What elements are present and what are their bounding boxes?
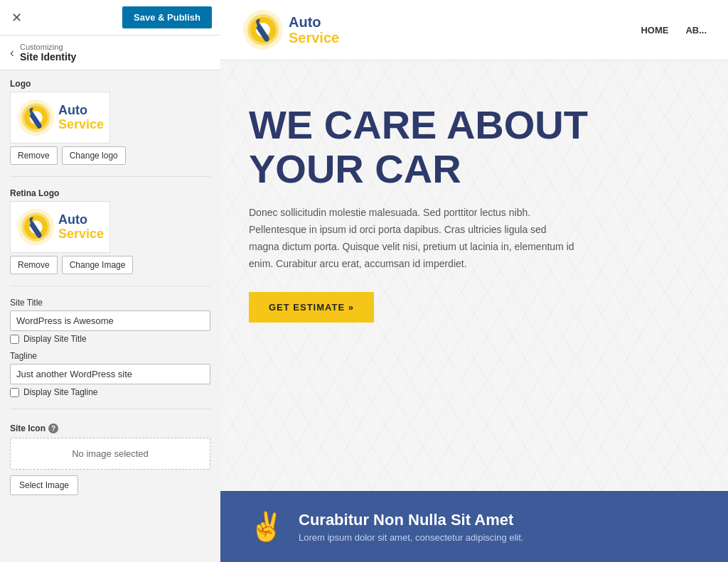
site-title-label: Site Title bbox=[10, 298, 210, 308]
retina-logo-service: Service bbox=[58, 227, 104, 242]
logo-icon bbox=[16, 98, 55, 137]
banner-subtitle: Lorem ipsum dolor sit amet, consectetur … bbox=[299, 532, 700, 543]
retina-logo-icon bbox=[16, 207, 55, 247]
banner-title: Curabitur Non Nulla Sit Amet bbox=[299, 511, 700, 529]
tagline-label: Tagline bbox=[10, 351, 210, 361]
site-banner: ✌️ Curabitur Non Nulla Sit Amet Lorem ip… bbox=[220, 491, 728, 562]
logo-section-label: Logo bbox=[10, 79, 210, 89]
site-icon-label: Site Icon bbox=[10, 423, 46, 433]
breadcrumb-info: Customizing Site Identity bbox=[20, 43, 76, 63]
logo-remove-button[interactable]: Remove bbox=[10, 146, 58, 165]
site-title-input[interactable] bbox=[10, 310, 210, 331]
display-tagline-row: Display Site Tagline bbox=[10, 387, 210, 397]
retina-logo-label: Retina Logo bbox=[10, 188, 210, 198]
site-icon-header: Site Icon ? bbox=[10, 423, 210, 433]
retina-logo-text: Auto Service bbox=[58, 213, 104, 242]
site-logo-icon bbox=[242, 9, 284, 51]
display-site-title-label: Display Site Title bbox=[23, 334, 87, 344]
save-publish-button[interactable]: Save & Publish bbox=[122, 6, 212, 28]
logo-image: Auto Service bbox=[16, 98, 104, 137]
no-image-placeholder: No image selected bbox=[10, 438, 210, 470]
divider-2 bbox=[10, 286, 210, 286]
retina-remove-button[interactable]: Remove bbox=[10, 256, 58, 274]
panel-content: Logo Auto Service bbox=[0, 70, 220, 504]
nav-about[interactable]: AB... bbox=[685, 25, 707, 36]
site-logo-text: Auto Service bbox=[289, 14, 339, 45]
display-site-title-row: Display Site Title bbox=[10, 334, 210, 344]
hero-title: WE CARE ABOUT YOUR CAR bbox=[249, 103, 633, 190]
banner-icon: ✌️ bbox=[249, 510, 284, 544]
site-header: Auto Service HOME AB... bbox=[220, 0, 728, 60]
site-hero: WE CARE ABOUT YOUR CAR Donec sollicitudi… bbox=[220, 60, 728, 491]
retina-logo-image: Auto Service bbox=[16, 207, 104, 247]
hero-title-line2: YOUR CAR bbox=[249, 146, 461, 191]
customizer-panel: ✕ Save & Publish ‹ Customizing Site Iden… bbox=[0, 0, 220, 562]
site-logo-area: Auto Service bbox=[242, 9, 339, 51]
hero-description: Donec sollicitudin molestie malesuada. S… bbox=[249, 205, 576, 272]
hero-content: WE CARE ABOUT YOUR CAR Donec sollicitudi… bbox=[220, 60, 661, 351]
retina-logo-section: Retina Logo Auto Service bbox=[10, 188, 210, 274]
divider-3 bbox=[10, 409, 210, 409]
logo-text-auto: Auto bbox=[58, 104, 104, 118]
breadcrumb-bar: ‹ Customizing Site Identity bbox=[0, 36, 220, 70]
site-nav: HOME AB... bbox=[641, 25, 707, 36]
retina-logo-buttons: Remove Change Image bbox=[10, 256, 210, 274]
logo-preview: Auto Service bbox=[10, 92, 110, 144]
retina-change-button[interactable]: Change Image bbox=[62, 256, 134, 274]
display-tagline-label: Display Site Tagline bbox=[23, 387, 98, 397]
retina-logo-preview: Auto Service bbox=[10, 201, 110, 253]
display-site-title-checkbox[interactable] bbox=[10, 335, 19, 344]
hero-title-line1: WE CARE ABOUT bbox=[249, 102, 588, 147]
retina-logo-auto: Auto bbox=[58, 213, 104, 227]
site-icon-section: Site Icon ? No image selected Select Ima… bbox=[10, 423, 210, 495]
site-preview: Auto Service HOME AB... WE CARE ABOUT YO… bbox=[220, 0, 728, 562]
nav-home[interactable]: HOME bbox=[641, 25, 668, 36]
site-logo-auto: Auto bbox=[289, 14, 339, 30]
hero-cta-button[interactable]: GET ESTIMATE » bbox=[249, 292, 374, 323]
divider-1 bbox=[10, 176, 210, 177]
banner-text: Curabitur Non Nulla Sit Amet Lorem ipsum… bbox=[299, 511, 700, 543]
tagline-section: Tagline Display Site Tagline bbox=[10, 351, 210, 397]
tagline-input[interactable] bbox=[10, 364, 210, 384]
back-button[interactable]: ‹ bbox=[10, 45, 14, 60]
logo-buttons: Remove Change logo bbox=[10, 146, 210, 165]
logo-text: Auto Service bbox=[58, 104, 104, 132]
breadcrumb-customizing-label: Customizing bbox=[20, 43, 76, 51]
display-tagline-checkbox[interactable] bbox=[10, 388, 19, 397]
no-image-text: No image selected bbox=[72, 448, 149, 459]
site-title-section: Site Title Display Site Title bbox=[10, 298, 210, 344]
logo-change-button[interactable]: Change logo bbox=[62, 146, 126, 165]
help-icon: ? bbox=[48, 423, 58, 433]
top-bar: ✕ Save & Publish bbox=[0, 0, 220, 36]
breadcrumb-title: Site Identity bbox=[20, 51, 76, 63]
site-logo-service: Service bbox=[289, 30, 339, 45]
logo-section: Logo Auto Service bbox=[10, 79, 210, 165]
close-button[interactable]: ✕ bbox=[9, 7, 25, 28]
logo-text-service: Service bbox=[58, 118, 104, 132]
select-image-button[interactable]: Select Image bbox=[10, 475, 78, 495]
